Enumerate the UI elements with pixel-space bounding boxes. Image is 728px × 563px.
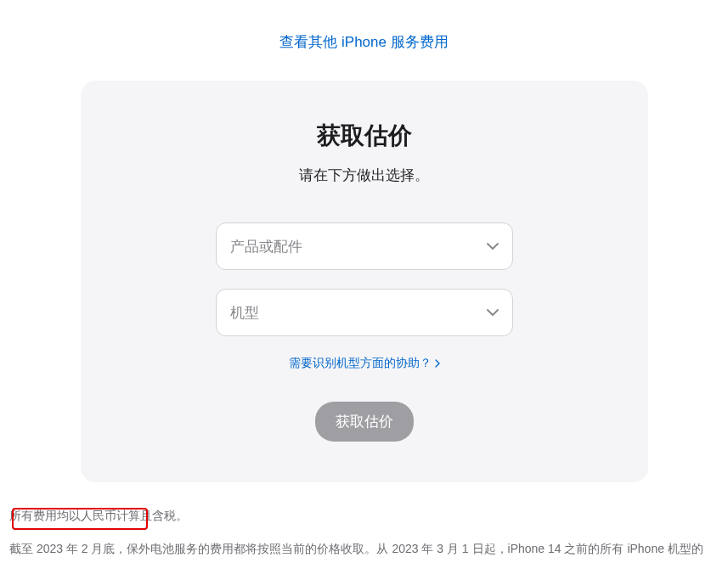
product-select[interactable]: 产品或配件 xyxy=(216,222,513,270)
card-title: 获取估价 xyxy=(115,120,614,152)
help-link-text: 需要识别机型方面的协助？ xyxy=(289,356,432,371)
model-select[interactable]: 机型 xyxy=(216,289,513,336)
other-iphone-services-link[interactable]: 查看其他 iPhone 服务费用 xyxy=(279,34,448,50)
estimate-card: 获取估价 请在下方做出选择。 产品或配件 机型 需要识别机型方面的协助？ 获取估… xyxy=(81,81,648,482)
top-link-container: 查看其他 iPhone 服务费用 xyxy=(0,0,728,65)
product-select-wrap: 产品或配件 xyxy=(216,222,513,270)
identify-model-help-link[interactable]: 需要识别机型方面的协助？ xyxy=(289,356,440,371)
product-select-placeholder: 产品或配件 xyxy=(230,237,302,256)
help-link-container: 需要识别机型方面的协助？ xyxy=(115,355,614,371)
disclaimer-line-1: 所有费用均以人民币计算且含税。 xyxy=(9,504,713,527)
chevron-right-icon xyxy=(435,359,440,368)
disclaimer-line-2: 截至 2023 年 2 月底，保外电池服务的费用都将按照当前的价格收取。从 20… xyxy=(9,538,713,563)
model-select-placeholder: 机型 xyxy=(230,303,259,323)
model-select-wrap: 机型 xyxy=(216,289,513,336)
get-estimate-button[interactable]: 获取估价 xyxy=(315,402,414,442)
chevron-down-icon xyxy=(487,309,499,316)
chevron-down-icon xyxy=(487,243,499,250)
disclaimer: 所有费用均以人民币计算且含税。 截至 2023 年 2 月底，保外电池服务的费用… xyxy=(9,504,713,563)
card-subtitle: 请在下方做出选择。 xyxy=(115,166,614,185)
